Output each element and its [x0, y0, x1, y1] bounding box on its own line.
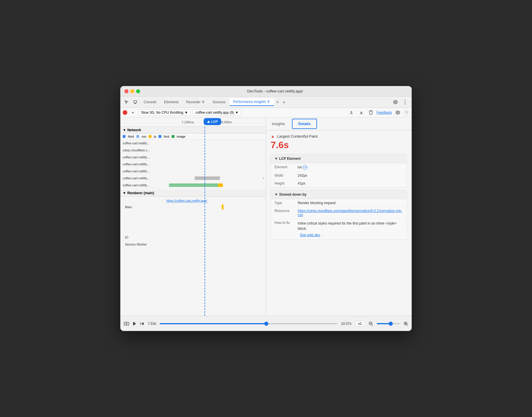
toolbar-right: ⋮ — [391, 98, 409, 106]
network-collapse-icon[interactable]: ▼ — [123, 128, 126, 132]
tab-details[interactable]: Details — [292, 119, 317, 129]
js-legend-label: js — [154, 135, 156, 138]
device-icon-btn[interactable] — [131, 99, 139, 105]
settings-icon-btn[interactable] — [391, 99, 399, 106]
tab-console[interactable]: Console — [140, 99, 160, 106]
network-row-label: coffee-cart.netlify... — [120, 155, 164, 159]
question-icon-btn[interactable]: ? — [404, 110, 409, 115]
zoom-slider[interactable] — [377, 323, 400, 324]
tab-recorder[interactable]: Recorder 🎙 — [183, 99, 209, 106]
network-bar-area — [164, 161, 266, 167]
element-inspect-icon[interactable]: </> — [303, 165, 307, 170]
speed-button[interactable]: x1 — [355, 321, 365, 327]
record-button[interactable] — [123, 110, 127, 115]
lcp-triangle-icon — [207, 120, 210, 123]
svg-line-11 — [407, 325, 408, 326]
zoom-in-btn[interactable] — [404, 321, 408, 326]
maximize-button[interactable] — [136, 89, 140, 93]
renderer-collapse-icon[interactable]: ▼ — [123, 191, 126, 195]
scrubber[interactable] — [160, 323, 337, 324]
how-to-fix-text: Inline critical styles required for the … — [298, 221, 403, 231]
time-8000: 8,000m — [221, 120, 232, 124]
width-value: 242px — [298, 174, 307, 178]
js-legend-dot — [149, 135, 152, 138]
settings2-icon-btn[interactable] — [394, 109, 402, 116]
legend-bar: html css js font image — [120, 134, 266, 140]
lcp-title-row: ▲ Largest Contentful Paint — [271, 134, 407, 139]
expand-row-btn[interactable]: › — [261, 175, 266, 181]
network-row-label: coffee-cart.netlify... — [120, 162, 164, 166]
section-chevron-icon: ▼ — [274, 157, 278, 161]
renderer-link-area: https://coffee-cart.netlify.app/ — [164, 197, 266, 203]
feedback-link[interactable]: Feedback — [376, 111, 392, 115]
delete-icon-btn[interactable] — [367, 109, 375, 116]
instance-dropdown[interactable]: coffee-cart.netlify.app (9) ▼ — [193, 109, 241, 116]
image-legend-dot — [172, 135, 175, 138]
renderer-row-main: Main — [120, 204, 266, 211]
screenshot-view-btn[interactable] — [124, 321, 129, 326]
tab-performance-insights[interactable]: Performance insights 🎙 — [230, 98, 274, 106]
network-row: coffee-cart.netlify... — [120, 168, 266, 175]
throttle-dropdown[interactable]: Slow 3G, No CPU throttling ▼ — [138, 109, 191, 116]
tab-elements[interactable]: Elements — [161, 99, 182, 106]
see-webdev-link[interactable]: See web.dev — [300, 232, 320, 238]
network-row: coffee-cart.netlify... › — [120, 175, 266, 182]
more-options-btn[interactable]: ⋮ — [401, 98, 409, 106]
network-row-label: coffee-cart.netlify... — [120, 183, 164, 187]
type-label: Type — [274, 201, 298, 205]
subbar: ▼ Slow 3G, No CPU throttling ▼ coffee-ca… — [120, 108, 412, 118]
warning-triangle-icon: ▲ — [271, 134, 275, 139]
height-label: Height — [274, 181, 298, 185]
type-value: Render blocking request — [298, 201, 336, 205]
zoom-out-btn[interactable] — [369, 321, 373, 326]
download-icon-btn[interactable] — [357, 109, 365, 116]
font-legend-dot — [158, 135, 161, 138]
record-dropdown-btn[interactable]: ▼ — [130, 110, 136, 115]
close-tab-btn[interactable]: ✕ — [274, 99, 281, 105]
tab-sources[interactable]: Sources — [209, 99, 229, 106]
height-value: 41px — [298, 181, 305, 185]
dropdown-arrow2: ▼ — [235, 111, 239, 115]
network-row: coffee-cart.netlify... — [120, 182, 266, 189]
close-button[interactable] — [124, 89, 128, 93]
lcp-time-value: 7.6s — [271, 140, 407, 150]
main-bar-area — [166, 204, 263, 210]
svg-point-3 — [126, 323, 127, 324]
width-label: Width — [274, 174, 298, 178]
svg-rect-2 — [124, 322, 129, 325]
slowed-chevron-icon: ▼ — [274, 192, 278, 197]
lcp-badge: LCP — [204, 119, 221, 125]
resource-link[interactable]: https://cdnjs.cloudflare.com/ajax/libs/n… — [298, 209, 403, 217]
width-row: Width 242px — [271, 172, 407, 180]
network-row-label: coffee-cart.netlify... — [120, 176, 164, 180]
tab-insights[interactable]: Insights — [266, 118, 291, 130]
element-value: h4 </> — [298, 165, 307, 170]
renderer-row-empty1 — [120, 211, 266, 222]
skip-start-btn[interactable] — [140, 322, 144, 326]
slowed-header-text: Slowed down by — [279, 192, 306, 197]
play-btn[interactable] — [133, 321, 137, 326]
scrubber-thumb — [264, 322, 268, 326]
css-legend-label: css — [142, 135, 147, 138]
svg-marker-6 — [141, 322, 144, 325]
how-to-fix-value: Inline critical styles required for the … — [298, 221, 403, 238]
network-label: Network — [127, 128, 141, 132]
resource-row: Resource https://cdnjs.cloudflare.com/aj… — [271, 207, 407, 219]
network-row-label: cdnjs.cloudflare.c... — [120, 148, 164, 152]
time-markers: 7,200ms 8,000m LCP — [123, 118, 263, 126]
time-start-display: 7.53s — [148, 322, 156, 326]
more-tabs-btn[interactable]: » — [281, 99, 287, 106]
devtools-window: DevTools - coffee-cart.netlify.app/ Cons… — [120, 86, 412, 331]
network-row-label: coffee-cart.netlify... — [120, 169, 164, 173]
network-row: coffee-cart.netlify... — [120, 154, 266, 161]
network-section-header: ▼ Network — [120, 127, 266, 134]
renderer-url-link[interactable]: https://coffee-cart.netlify.app/ — [164, 198, 209, 203]
renderer-label: Renderer (main) — [127, 191, 154, 195]
upload-icon-btn[interactable] — [347, 109, 355, 116]
minimize-button[interactable] — [130, 89, 134, 93]
main-label: Main — [123, 205, 166, 209]
network-bar-area — [164, 147, 266, 153]
renderer-section-header: ▼ Renderer (main) — [120, 190, 266, 197]
cursor-icon-btn[interactable] — [123, 99, 130, 105]
network-bar-area — [164, 154, 266, 160]
